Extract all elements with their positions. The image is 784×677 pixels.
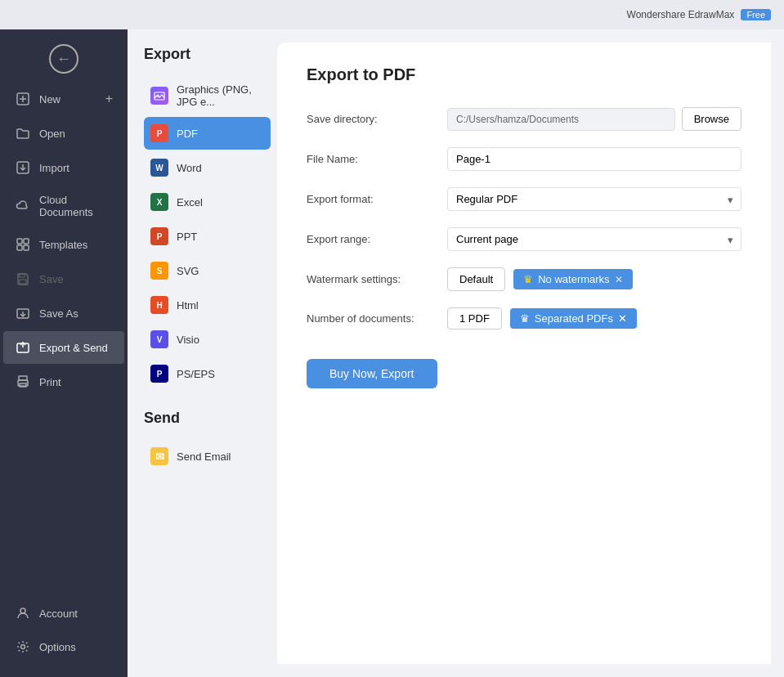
crown-icon: ♛ [523,273,533,285]
export-icon [15,339,31,356]
content-area: Export Graphics (PNG, JPG e... P PDF W W… [128,29,784,677]
sidebar-item-export-label: Export & Send [39,342,113,354]
sidebar-item-account[interactable]: Account [3,597,124,630]
export-panel: Export Graphics (PNG, JPG e... P PDF W W… [128,29,271,677]
export-item-word-label: Word [177,162,202,174]
documents-label: Number of documents: [307,312,437,325]
docs-crown-icon: ♛ [520,312,530,325]
export-format-select[interactable]: Regular PDF PDF/A [447,187,741,211]
sidebar-item-saveas[interactable]: Save As [3,297,124,330]
save-directory-input[interactable] [447,108,675,131]
svg-rect-9 [20,280,26,284]
sidebar-item-account-label: Account [39,608,113,620]
svg-point-20 [21,645,25,649]
watermark-close-icon[interactable]: ✕ [615,274,623,285]
svg-rect-5 [17,239,22,244]
sidebar-item-print[interactable]: Print [3,365,124,398]
sidebar-bottom: Account Options [0,596,128,670]
export-item-graphics[interactable]: Graphics (PNG, JPG e... [144,76,271,115]
sidebar-item-print-label: Print [39,376,113,388]
sidebar-item-templates[interactable]: Templates [3,228,124,261]
sidebar-item-import[interactable]: Import [3,151,124,184]
browse-button[interactable]: Browse [682,107,741,131]
watermark-default-button[interactable]: Default [447,267,505,291]
documents-badge[interactable]: ♛ Separated PDFs ✕ [510,308,637,329]
cloud-icon [15,198,31,214]
export-format-wrapper: Regular PDF PDF/A [447,187,741,211]
documents-count: 1 PDF [447,307,502,330]
back-button[interactable]: ← [0,36,128,82]
sidebar-item-options-label: Options [39,641,113,653]
ppt-icon: P [150,227,168,245]
export-range-row: Export range: Current page All pages [307,227,741,251]
sidebar-item-new-label: New [39,93,97,105]
options-icon [15,639,31,655]
visio-icon: V [150,330,168,348]
watermark-row: Watermark settings: Default ♛ No waterma… [307,267,741,291]
graphics-icon [150,87,168,105]
save-directory-label: Save directory: [307,113,437,125]
print-icon [15,374,31,390]
save-icon [15,271,31,287]
export-item-graphics-label: Graphics (PNG, JPG e... [177,83,261,108]
svg-rect-8 [24,245,29,250]
export-item-ps[interactable]: P PS/EPS [144,357,271,390]
sidebar-item-cloud-label: Cloud Documents [39,194,113,218]
export-item-excel-label: Excel [177,196,203,208]
export-item-pdf[interactable]: P PDF [144,117,271,150]
export-item-svg[interactable]: S SVG [144,254,271,287]
svg-rect-7 [17,245,22,250]
dir-row: Browse [447,107,741,131]
send-email-item[interactable]: ✉ Send Email [144,440,271,473]
export-format-label: Export format: [307,193,437,205]
sidebar-item-cloud[interactable]: Cloud Documents [3,186,124,226]
sidebar-item-export[interactable]: Export & Send [3,331,124,364]
documents-row: Number of documents: 1 PDF ♛ Separated P… [307,307,741,330]
main-layout: ← New + Open Import Cloud Document [0,29,784,677]
save-directory-row: Save directory: Browse [307,107,741,131]
export-panel-title: Export [144,46,271,63]
export-item-word[interactable]: W Word [144,151,271,184]
templates-icon [15,236,31,253]
sidebar-item-new[interactable]: New + [3,83,124,115]
export-item-ppt-label: PPT [177,231,197,243]
sidebar-item-open[interactable]: Open [3,117,124,150]
export-range-select[interactable]: Current page All pages [447,227,741,251]
export-item-svg-label: SVG [177,265,199,277]
sidebar-item-open-label: Open [39,128,113,140]
send-email-label: Send Email [177,451,231,463]
sidebar-item-save-label: Save [39,273,113,285]
sidebar-item-options[interactable]: Options [3,630,124,663]
word-icon: W [150,159,168,177]
export-item-html-label: Html [177,299,199,312]
watermark-badge[interactable]: ♛ No watermarks ✕ [513,269,632,289]
export-item-html[interactable]: H Html [144,289,271,321]
svg-rect-6 [24,239,29,244]
watermark-controls: Default ♛ No watermarks ✕ [447,267,633,291]
file-name-row: File Name: [307,147,741,171]
export-item-ppt[interactable]: P PPT [144,220,271,253]
free-badge: Free [741,9,771,20]
export-item-ps-label: PS/EPS [177,368,215,380]
file-name-input[interactable] [447,147,741,171]
export-range-label: Export range: [307,233,437,245]
ps-icon: P [150,365,168,383]
sidebar-item-templates-label: Templates [39,239,113,251]
html-icon: H [150,296,168,314]
export-item-visio[interactable]: V Visio [144,323,271,356]
watermark-label: Watermark settings: [307,273,437,285]
detail-title: Export to PDF [307,65,741,84]
email-icon: ✉ [150,447,168,465]
send-title: Send [144,410,271,427]
docs-close-icon[interactable]: ✕ [618,312,627,325]
app-title: Wondershare EdrawMax [627,9,735,20]
file-name-label: File Name: [307,153,437,165]
saveas-icon [15,305,31,321]
buy-now-export-button[interactable]: Buy Now, Export [307,359,437,388]
documents-badge-label: Separated PDFs [535,312,613,325]
export-item-excel[interactable]: X Excel [144,186,271,218]
import-icon [15,159,31,176]
new-icon [15,91,31,107]
export-item-pdf-label: PDF [177,128,198,140]
excel-icon: X [150,193,168,211]
